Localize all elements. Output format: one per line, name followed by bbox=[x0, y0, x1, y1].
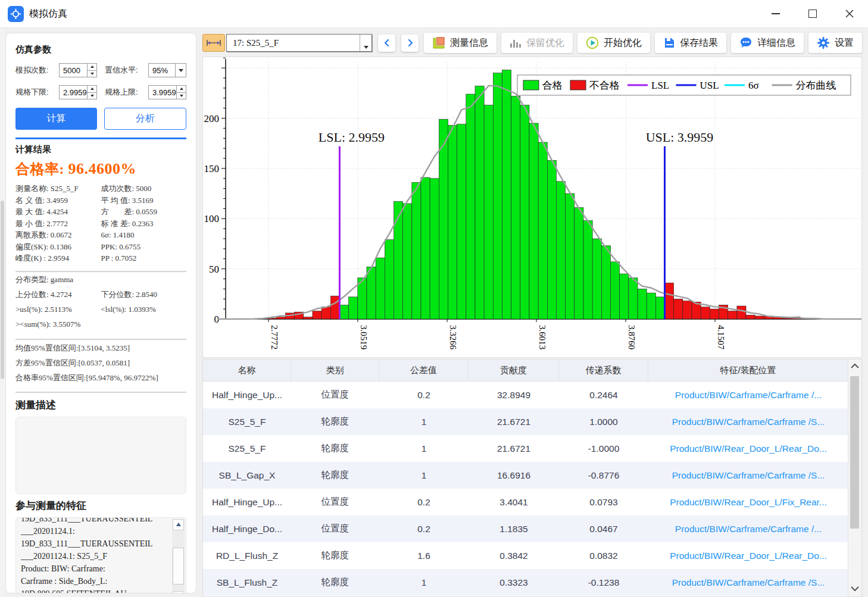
cell-location[interactable]: Product/BIW/Carframe/Carframe /S... bbox=[648, 569, 848, 596]
cell-location[interactable]: Product/BIW/Rear_Door_L/Rear_Do... bbox=[648, 435, 848, 462]
start-optimization-button[interactable]: 开始优化 bbox=[577, 33, 650, 53]
distribution-value: >usl(%): 2.5113% bbox=[15, 305, 101, 314]
spec-high-spinner[interactable] bbox=[176, 86, 186, 99]
table-scrollbar[interactable] bbox=[848, 360, 861, 596]
spin-up-icon bbox=[90, 65, 94, 68]
prev-measurement-button[interactable] bbox=[378, 35, 395, 52]
param-row-1: 模拟次数: 5000 置信水平: 95% bbox=[15, 63, 186, 77]
cell-location[interactable]: Product/BIW/Carframe/Carframe /... bbox=[648, 382, 848, 408]
distribution-line: ><sum(%): 3.5507% bbox=[15, 317, 186, 332]
column-header[interactable]: 特征/装配位置 bbox=[648, 360, 848, 381]
arrow-up-icon[interactable] bbox=[850, 363, 860, 369]
distribution-line: 上分位数: 4.2724下分位数: 2.8540 bbox=[15, 287, 186, 302]
features-scrollbar[interactable] bbox=[172, 519, 185, 594]
histogram-chart: 0501001502002.77723.05193.32663.60133.87… bbox=[203, 57, 861, 357]
sidebar-scrollbar[interactable] bbox=[0, 28, 5, 597]
scroll-up-button[interactable] bbox=[173, 519, 184, 530]
calculate-button[interactable]: 计算 bbox=[15, 108, 97, 130]
cell-location[interactable]: Product/BIW/Rear_Door_L/Fix_Rear... bbox=[648, 489, 848, 515]
analyze-button[interactable]: 分析 bbox=[104, 108, 187, 130]
column-header[interactable]: 公差值 bbox=[379, 360, 469, 381]
arrow-down-icon[interactable] bbox=[850, 586, 860, 592]
column-header[interactable]: 贡献度 bbox=[469, 360, 559, 381]
sim-count-label: 模拟次数: bbox=[15, 65, 59, 76]
window-title: 模拟仿真 bbox=[29, 8, 67, 20]
chevron-right-icon bbox=[406, 39, 414, 47]
cell-tolerance: 1 bbox=[379, 569, 469, 596]
app-logo-icon bbox=[8, 6, 24, 22]
table-row[interactable]: SB_L_Gap_X轮廓度116.6916-0.8776Product/BIW/… bbox=[203, 462, 861, 489]
svg-text:3.0519: 3.0519 bbox=[359, 325, 369, 349]
settings-button[interactable]: 设置 bbox=[808, 33, 862, 53]
cell-location[interactable]: Product/BIW/Carframe/Carframe /S... bbox=[648, 462, 848, 489]
svg-text:3.8760: 3.8760 bbox=[627, 325, 636, 349]
cell-contribution: 0.3842 bbox=[469, 542, 559, 569]
table-row[interactable]: Half_Hinge_Do...位置度0.21.18350.0467Produc… bbox=[203, 515, 861, 542]
close-button[interactable] bbox=[831, 0, 868, 27]
distribution-value: 分布类型: gamma bbox=[15, 274, 105, 285]
scroll-down-button[interactable] bbox=[173, 591, 184, 594]
cell-coefficient: -0.8776 bbox=[559, 462, 648, 489]
column-header[interactable]: 传递系数 bbox=[559, 360, 648, 381]
keep-optimization-button[interactable]: 保留优化 bbox=[501, 33, 573, 53]
cell-coefficient: 0.0832 bbox=[559, 542, 648, 569]
distribution-block: 分布类型: gamma上分位数: 4.2724下分位数: 2.8540>usl(… bbox=[15, 273, 186, 332]
maximize-button[interactable] bbox=[794, 0, 831, 27]
chevron-down-icon bbox=[364, 46, 369, 49]
confidence-dropdown[interactable] bbox=[175, 64, 186, 77]
cell-location[interactable]: Product/BIW/Rear_Door_L/Rear_Do... bbox=[648, 542, 848, 569]
param-row-2: 规格下限: 2.9959 规格上限: 3.9959 bbox=[15, 85, 186, 99]
action-buttons: 计算 分析 bbox=[15, 108, 186, 130]
spec-high-input[interactable]: 3.9959 bbox=[148, 85, 186, 99]
cell-name: RD_L_Flush_Z bbox=[203, 542, 291, 569]
stat-line: 6σ: 1.4180 bbox=[101, 229, 187, 241]
distribution-value: 上分位数: 4.2724 bbox=[15, 289, 101, 300]
svg-text:合格: 合格 bbox=[542, 80, 563, 91]
gear-icon bbox=[817, 36, 830, 49]
details-button[interactable]: 详细信息 bbox=[731, 33, 804, 53]
cell-coefficient: 0.0467 bbox=[559, 515, 648, 542]
stat-line: 偏度(SK): 0.1386 bbox=[15, 241, 101, 253]
measurement-description-box[interactable] bbox=[15, 417, 186, 494]
table-row[interactable]: RD_L_Flush_Z轮廓度1.60.38420.0832Product/BI… bbox=[203, 542, 861, 569]
cell-location[interactable]: Product/BIW/Carframe/Carframe /S... bbox=[648, 408, 848, 435]
stat-line: 最 大 值: 4.4254 bbox=[15, 206, 101, 218]
svg-text:3.6013: 3.6013 bbox=[538, 325, 547, 349]
cell-location[interactable]: Product/BIW/Carframe/Carframe /... bbox=[648, 515, 848, 542]
table-row[interactable]: SB_L_Flush_Z轮廓度10.3323-0.1238Product/BIW… bbox=[203, 569, 861, 596]
table-row[interactable]: S25_5_F轮廓度121.67211.0000Product/BIW/Carf… bbox=[203, 408, 861, 435]
features-scrollbar-thumb[interactable] bbox=[173, 548, 184, 585]
confidence-select[interactable]: 95% bbox=[148, 63, 186, 77]
sim-count-input[interactable]: 5000 bbox=[59, 63, 97, 77]
sidebar-scrollbar-thumb[interactable] bbox=[1, 201, 4, 379]
spec-high-value: 3.9959 bbox=[152, 88, 176, 97]
confidence-interval-line: 方差95%置信区间:[0.0537, 0.0581] bbox=[15, 355, 186, 370]
table-row[interactable]: Half_Hinge_Up...位置度0.23.40410.0793Produc… bbox=[203, 489, 861, 515]
minimize-button[interactable] bbox=[757, 0, 794, 27]
measurement-select-arrow[interactable] bbox=[360, 35, 371, 51]
measure-info-button[interactable]: 测量信息 bbox=[424, 33, 497, 53]
svg-text:3.3266: 3.3266 bbox=[448, 325, 458, 350]
confidence-intervals-block: 均值95%置信区间:[3.5104, 3.5235]方差95%置信区间:[0.0… bbox=[15, 340, 186, 385]
cell-coefficient: 1.0000 bbox=[559, 408, 648, 435]
column-header[interactable]: 名称 bbox=[203, 360, 291, 381]
spec-low-spinner[interactable] bbox=[87, 86, 96, 99]
measured-features-text: 19D_833_111___TUERAUSSENTEIL ___20201124… bbox=[21, 517, 169, 594]
save-results-button[interactable]: 保存结果 bbox=[655, 33, 726, 53]
svg-text:150: 150 bbox=[204, 163, 220, 174]
window-controls bbox=[757, 0, 868, 27]
cell-contribution: 0.3323 bbox=[469, 569, 559, 596]
table-row[interactable]: Half_Hinge_Up...位置度0.232.89490.2464Produ… bbox=[203, 382, 861, 408]
measured-features-box[interactable]: 19D_833_111___TUERAUSSENTEIL ___20201124… bbox=[15, 517, 186, 594]
table-scrollbar-thumb[interactable] bbox=[850, 376, 859, 529]
table-row[interactable]: S25_5_F轮廓度121.6721-1.0000Product/BIW/Rea… bbox=[203, 435, 861, 462]
save-results-label: 保存结果 bbox=[680, 37, 718, 49]
statistics-column-left: 测量名称: S25_5_F名 义 值: 3.4959最 大 值: 4.4254最… bbox=[15, 183, 101, 264]
measurement-select[interactable]: 17: S25_5_F bbox=[226, 34, 372, 52]
minimize-icon bbox=[772, 13, 780, 14]
next-measurement-button[interactable] bbox=[401, 35, 419, 52]
spec-low-input[interactable]: 2.9959 bbox=[59, 85, 97, 99]
cell-contribution: 16.6916 bbox=[469, 462, 559, 489]
column-header[interactable]: 类别 bbox=[291, 360, 379, 381]
sim-count-spinner[interactable] bbox=[87, 64, 96, 77]
